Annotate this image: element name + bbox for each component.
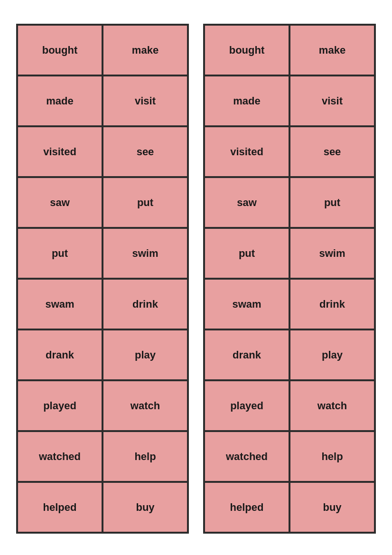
word-label: watch — [317, 400, 347, 412]
card-row: madevisit — [17, 75, 188, 126]
word-label: see — [324, 146, 341, 158]
word-card: visit — [103, 75, 188, 126]
word-card: buy — [289, 482, 375, 533]
word-label: drank — [233, 349, 261, 361]
word-card: see — [289, 126, 375, 177]
word-card: swam — [204, 279, 289, 329]
word-card: helped — [204, 482, 289, 533]
word-label: saw — [50, 197, 70, 209]
word-card: swam — [17, 279, 103, 329]
word-card: make — [103, 25, 188, 75]
right-card-grid: boughtmakemadevisitvisitedseesawputputsw… — [203, 24, 376, 534]
word-card: watch — [289, 380, 375, 431]
card-row: drankplay — [204, 329, 375, 380]
word-label: watch — [131, 400, 160, 412]
word-card: swim — [289, 228, 375, 279]
word-label: visited — [43, 146, 76, 158]
word-card: make — [289, 25, 375, 75]
card-row: putswim — [204, 228, 375, 279]
word-card: bought — [204, 25, 289, 75]
word-card: played — [204, 380, 289, 431]
card-row: swamdrink — [17, 279, 188, 329]
card-row: watchedhelp — [17, 431, 188, 482]
word-label: visit — [135, 95, 156, 107]
word-card: made — [17, 75, 103, 126]
card-row: drankplay — [17, 329, 188, 380]
word-card: watch — [103, 380, 188, 431]
word-card: bought — [17, 25, 103, 75]
card-row: sawput — [204, 177, 375, 228]
word-card: played — [17, 380, 103, 431]
card-row: swamdrink — [204, 279, 375, 329]
card-row: playedwatch — [204, 380, 375, 431]
left-card-grid: boughtmakemadevisitvisitedseesawputputsw… — [16, 24, 189, 534]
word-label: swam — [232, 298, 261, 310]
word-label: made — [46, 95, 73, 107]
word-label: put — [239, 247, 255, 260]
word-card: swim — [103, 228, 188, 279]
word-label: buy — [323, 501, 341, 514]
word-label: played — [230, 400, 263, 412]
word-card: put — [204, 228, 289, 279]
word-card: saw — [204, 177, 289, 228]
word-label: see — [137, 146, 154, 158]
word-label: play — [322, 349, 343, 361]
word-card: put — [289, 177, 375, 228]
word-card: buy — [103, 482, 188, 533]
word-card: play — [103, 329, 188, 380]
word-card: visit — [289, 75, 375, 126]
card-row: boughtmake — [17, 25, 188, 75]
word-card: drank — [204, 329, 289, 380]
word-label: played — [43, 400, 76, 412]
word-label: put — [52, 247, 68, 260]
card-row: helpedbuy — [17, 482, 188, 533]
word-card: watched — [204, 431, 289, 482]
word-label: bought — [229, 44, 265, 56]
word-label: swim — [319, 247, 345, 260]
word-card: helped — [17, 482, 103, 533]
card-row: putswim — [17, 228, 188, 279]
word-label: made — [233, 95, 260, 107]
word-card: play — [289, 329, 375, 380]
card-row: playedwatch — [17, 380, 188, 431]
word-card: drank — [17, 329, 103, 380]
word-label: watched — [226, 451, 268, 463]
word-card: put — [17, 228, 103, 279]
word-label: swim — [132, 247, 158, 260]
word-label: drink — [132, 298, 158, 310]
word-card: made — [204, 75, 289, 126]
word-card: visited — [17, 126, 103, 177]
word-card: watched — [17, 431, 103, 482]
word-card: see — [103, 126, 188, 177]
right-grid-container: boughtmakemadevisitvisitedseesawputputsw… — [203, 24, 376, 534]
card-row: sawput — [17, 177, 188, 228]
card-row: watchedhelp — [204, 431, 375, 482]
word-label: helped — [230, 501, 264, 514]
word-label: make — [132, 44, 159, 56]
word-card: help — [103, 431, 188, 482]
card-row: helpedbuy — [204, 482, 375, 533]
word-label: put — [324, 197, 340, 209]
word-label: drink — [319, 298, 345, 310]
card-row: madevisit — [204, 75, 375, 126]
word-label: make — [319, 44, 345, 56]
left-grid-container: boughtmakemadevisitvisitedseesawputputsw… — [16, 24, 189, 534]
word-label: saw — [237, 197, 257, 209]
word-label: help — [134, 451, 156, 463]
word-label: watched — [39, 451, 81, 463]
word-label: swam — [45, 298, 74, 310]
word-label: visited — [230, 146, 263, 158]
card-row: visitedsee — [17, 126, 188, 177]
word-card: saw — [17, 177, 103, 228]
word-label: help — [321, 451, 343, 463]
word-card: drink — [289, 279, 375, 329]
word-label: drank — [46, 349, 74, 361]
word-label: play — [135, 349, 156, 361]
word-card: help — [289, 431, 375, 482]
page: boughtmakemadevisitvisitedseesawputputsw… — [7, 9, 385, 555]
word-card: drink — [103, 279, 188, 329]
word-label: visit — [322, 95, 343, 107]
card-row: boughtmake — [204, 25, 375, 75]
word-card: put — [103, 177, 188, 228]
word-label: buy — [136, 501, 154, 514]
